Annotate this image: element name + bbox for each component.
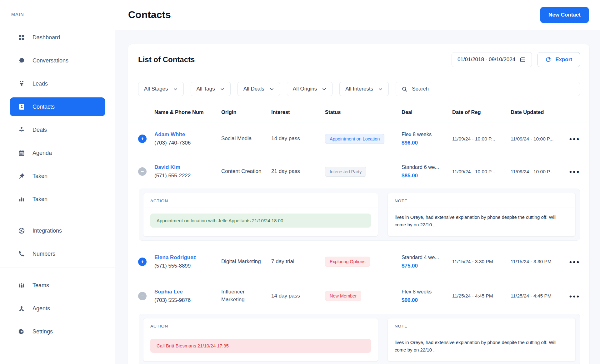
collapse-row-button[interactable]: − — [138, 292, 147, 300]
contact-origin: Influencer Marketing — [221, 288, 271, 303]
sidebar-item-integrations[interactable]: Integrations — [10, 221, 105, 240]
expand-row-button[interactable]: + — [138, 258, 147, 266]
contact-name-link[interactable]: Sophia Lee — [154, 289, 221, 295]
table-row: + Adam White (703) 740-7306 Social Media… — [128, 122, 589, 155]
filter-all-stages[interactable]: All Stages — [138, 82, 184, 96]
date-of-reg: 11/15/24 - 3:30 PM — [452, 259, 511, 264]
sidebar-item-contacts[interactable]: Contacts — [10, 97, 105, 116]
integrations-icon — [18, 227, 25, 234]
row-expanded-details: ACTION Call Britt Biesmans 21/10/24 17:3… — [139, 314, 580, 364]
contact-name-link[interactable]: David Kim — [154, 164, 221, 170]
filter-all-origins[interactable]: All Origins — [287, 82, 332, 96]
topbar: Contacts New Contact — [115, 0, 600, 30]
table-header: Name & Phone Num Origin Interest Status … — [128, 102, 589, 122]
sidebar-section-label: MAIN — [11, 12, 115, 17]
contact-phone: (703) 555-9876 — [154, 297, 221, 303]
deal-plan: Flex 8 weeks — [402, 131, 452, 137]
note-panel-title: NOTE — [388, 193, 575, 208]
action-item: Appointment on location with Jelle Appel… — [150, 214, 371, 228]
sidebar-item-agents[interactable]: Agents — [10, 299, 105, 318]
calendar-icon — [520, 57, 526, 63]
sidebar-divider — [0, 268, 115, 268]
row-menu-button[interactable]: ●●● — [568, 259, 582, 264]
sidebar-item-deals[interactable]: Deals — [10, 121, 105, 139]
deal-plan: Flex 8 weeks — [402, 289, 452, 295]
handshake-icon — [18, 126, 25, 134]
sidebar-item-dashboard[interactable]: Dashboard — [10, 28, 105, 47]
expand-row-button[interactable]: + — [138, 135, 147, 143]
deal-plan: Standard 6 we... — [402, 164, 452, 170]
status-badge: Exploring Options — [325, 257, 370, 267]
search-input[interactable] — [412, 82, 574, 96]
contact-interest: 14 day pass — [271, 135, 325, 143]
date-updated: 11/09/24 - 10:00 P... — [511, 169, 568, 175]
sidebar-item-label: Contacts — [32, 104, 55, 110]
col-interest: Interest — [271, 109, 325, 115]
funnel-icon — [18, 80, 25, 87]
contact-origin: Social Media — [221, 135, 271, 143]
chat-icon — [18, 57, 25, 64]
table-row: + Elena Rodriguez (571) 555-8899 Digital… — [128, 244, 589, 279]
sidebar-item-taken-stats[interactable]: Taken — [10, 190, 105, 209]
card-title: List of Contacts — [138, 55, 195, 64]
deal-plan: Standard 4 we... — [402, 254, 452, 260]
row-menu-button[interactable]: ●●● — [568, 169, 582, 174]
row-menu-button[interactable]: ●●● — [568, 136, 582, 141]
contact-phone: (703) 740-7306 — [154, 140, 221, 146]
agent-icon — [18, 305, 25, 312]
filter-label: All Stages — [144, 86, 168, 92]
export-button[interactable]: Export — [538, 52, 580, 67]
contact-name-link[interactable]: Adam White — [154, 131, 221, 138]
sidebar-item-label: Taken — [32, 173, 48, 180]
contact-phone: (571) 555-2222 — [154, 173, 221, 179]
sidebar-item-label: Agenda — [32, 150, 52, 156]
date-range-picker[interactable]: 01/01/2018 - 09/10/2024 — [452, 52, 532, 67]
col-date-reg: Date of Reg — [452, 109, 511, 115]
sidebar-item-numbers[interactable]: Numbers — [10, 244, 105, 263]
row-menu-button[interactable]: ●●● — [568, 293, 582, 299]
filter-all-interests[interactable]: All Interests — [339, 82, 389, 96]
col-deal: Deal — [402, 109, 452, 115]
col-date-updated: Date Updated — [511, 109, 568, 115]
note-text: lives in Oreye, had extensive explanatio… — [395, 214, 568, 229]
sidebar-item-teams[interactable]: Teams — [10, 276, 105, 295]
date-updated: 11/15/24 - 3:30 PM — [511, 259, 568, 264]
col-status: Status — [325, 109, 402, 115]
contact-origin: Digital Marketing — [221, 258, 271, 266]
sidebar-nav: Dashboard Conversations Leads Contacts D — [0, 28, 115, 341]
sidebar-item-settings[interactable]: Settings — [10, 322, 105, 341]
contact-name-link[interactable]: Elena Rodriguez — [154, 254, 221, 261]
action-item: Call Britt Biesmans 21/10/24 17:35 — [150, 339, 371, 353]
date-updated: 11/09/24 - 10:00 P... — [511, 136, 568, 142]
action-panel: ACTION Call Britt Biesmans 21/10/24 17:3… — [143, 318, 378, 362]
sidebar-item-leads[interactable]: Leads — [10, 74, 105, 93]
filter-label: All Interests — [345, 86, 373, 92]
filter-label: All Deals — [243, 86, 264, 92]
status-badge: Appointment on Location — [325, 134, 384, 144]
new-contact-button[interactable]: New Contact — [540, 7, 589, 23]
col-name: Name & Phone Num — [154, 109, 221, 115]
sidebar-item-agenda[interactable]: Agenda — [10, 144, 105, 162]
row-expanded-details: ACTION Appointment on location with Jell… — [139, 189, 580, 241]
deal-price: $96.00 — [402, 297, 452, 303]
collapse-row-button[interactable]: − — [138, 167, 147, 176]
contact-phone: (571) 555-8899 — [154, 263, 221, 269]
contact-interest: 14 day pass — [271, 292, 325, 300]
filter-all-deals[interactable]: All Deals — [238, 82, 280, 96]
filter-all-tags[interactable]: All Tags — [191, 82, 231, 96]
sidebar-item-taken-pins[interactable]: Taken — [10, 167, 105, 185]
main-area: Contacts New Contact List of Contacts 01… — [115, 0, 600, 364]
status-badge: New Member — [325, 291, 361, 301]
sidebar-item-label: Deals — [32, 127, 47, 133]
note-panel: NOTE lives in Oreye, had extensive expla… — [388, 318, 576, 362]
sidebar-item-label: Teams — [32, 282, 49, 289]
table-row: − Sophia Lee (703) 555-9876 Influencer M… — [128, 279, 589, 313]
content: List of Contacts 01/01/2018 - 09/10/2024… — [115, 30, 600, 364]
sidebar-item-conversations[interactable]: Conversations — [10, 51, 105, 70]
sidebar-item-label: Numbers — [32, 251, 55, 257]
table-row: − David Kim (571) 555-2222 Content Creat… — [128, 155, 589, 188]
sidebar-item-label: Agents — [32, 305, 50, 312]
bar-chart-icon — [18, 195, 25, 203]
card-header: List of Contacts 01/01/2018 - 09/10/2024… — [128, 44, 589, 75]
sidebar-divider — [0, 213, 115, 213]
